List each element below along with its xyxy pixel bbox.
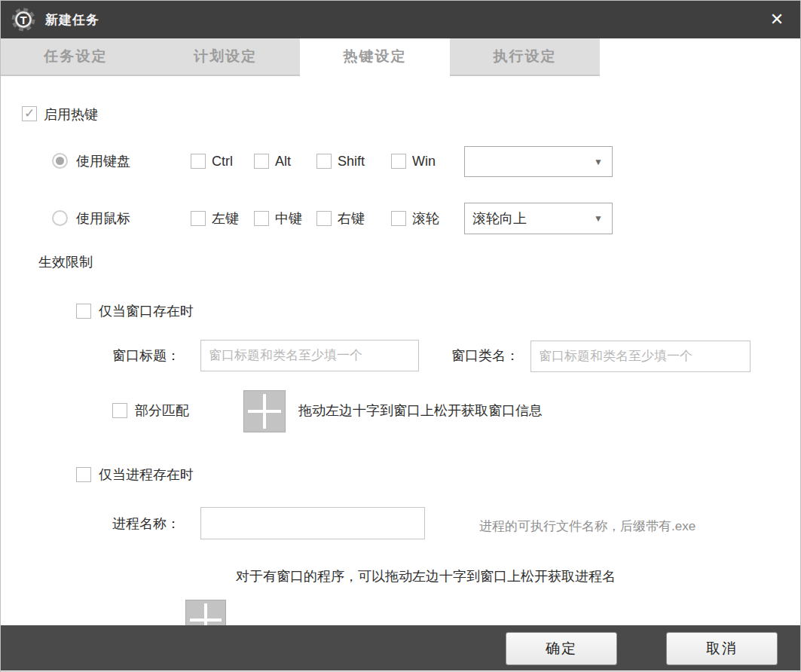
alt-checkbox[interactable] xyxy=(254,154,269,169)
check-icon: ✓ xyxy=(24,107,35,120)
alt-label: Alt xyxy=(275,154,291,170)
ctrl-label: Ctrl xyxy=(212,154,233,170)
process-exists-checkbox[interactable] xyxy=(76,467,91,482)
svg-text:T: T xyxy=(20,14,26,26)
process-name-label: 进程名称： xyxy=(112,516,180,532)
process-name-hint: 进程的可执行文件名称，后缀带有.exe xyxy=(479,518,696,535)
chevron-down-icon: ▼ xyxy=(594,157,612,167)
tab-hotkey-settings[interactable]: 热键设定 xyxy=(300,38,450,76)
close-icon[interactable]: ✕ xyxy=(761,5,793,34)
window-exists-label: 仅当窗口存在时 xyxy=(99,304,194,319)
title-bar: T 新建任务 ✕ xyxy=(1,1,800,38)
shift-label: Shift xyxy=(338,154,365,170)
process-name-input[interactable] xyxy=(200,507,425,539)
process-exists-label: 仅当进程存在时 xyxy=(99,467,194,483)
new-task-dialog: T 新建任务 ✕ 任务设定 计划设定 热键设定 执行设定 ✓ 启用热键 使用键盘… xyxy=(0,0,801,672)
use-keyboard-label: 使用键盘 xyxy=(76,154,130,170)
crosshair-window-drag-icon[interactable] xyxy=(243,390,286,432)
partial-match-checkbox[interactable] xyxy=(112,403,127,418)
window-exists-checkbox[interactable] xyxy=(76,304,91,319)
enable-hotkey-label: 启用热键 xyxy=(44,107,98,123)
tab-strip: 任务设定 计划设定 热键设定 执行设定 xyxy=(1,38,800,76)
limits-section-label: 生效限制 xyxy=(38,255,93,270)
left-button-label: 左键 xyxy=(212,211,239,227)
process-drag-hint: 对于有窗口的程序，可以拖动左边十字到窗口上松开获取进程名 xyxy=(236,569,616,585)
enable-hotkey-checkbox[interactable]: ✓ xyxy=(22,106,37,121)
win-label: Win xyxy=(412,154,436,170)
middle-button-label: 中键 xyxy=(275,211,302,227)
wheel-label: 滚轮 xyxy=(412,211,439,227)
use-mouse-label: 使用鼠标 xyxy=(76,211,130,227)
tab-task-settings[interactable]: 任务设定 xyxy=(1,38,151,76)
window-title-label: 窗口标题： xyxy=(112,348,180,364)
wheel-direction-value: 滚轮向上 xyxy=(465,209,594,228)
window-class-input[interactable] xyxy=(530,341,751,372)
window-title-input[interactable] xyxy=(200,340,419,371)
footer-bar: 确定 取消 xyxy=(1,625,800,670)
app-logo-gear-icon: T xyxy=(11,7,36,32)
shift-checkbox[interactable] xyxy=(316,154,332,169)
wheel-checkbox[interactable] xyxy=(391,211,406,226)
chevron-down-icon: ▼ xyxy=(594,213,612,224)
cancel-button[interactable]: 取消 xyxy=(666,632,778,665)
tab-execution-settings[interactable]: 执行设定 xyxy=(450,38,600,76)
use-keyboard-radio[interactable] xyxy=(52,153,68,169)
window-drag-hint: 拖动左边十字到窗口上松开获取窗口信息 xyxy=(298,403,543,419)
tab-schedule-settings[interactable]: 计划设定 xyxy=(151,38,300,76)
ok-button[interactable]: 确定 xyxy=(506,632,617,665)
middle-button-checkbox[interactable] xyxy=(254,211,269,226)
key-select-dropdown[interactable]: ▼ xyxy=(464,146,613,177)
ctrl-checkbox[interactable] xyxy=(191,154,206,169)
window-class-label: 窗口类名： xyxy=(451,348,519,364)
window-title: 新建任务 xyxy=(45,11,99,29)
wheel-direction-dropdown[interactable]: 滚轮向上 ▼ xyxy=(464,203,613,234)
win-checkbox[interactable] xyxy=(391,154,406,169)
right-button-checkbox[interactable] xyxy=(316,211,332,226)
right-button-label: 右键 xyxy=(338,211,365,227)
partial-match-label: 部分匹配 xyxy=(135,403,189,419)
use-mouse-radio[interactable] xyxy=(52,210,68,226)
left-button-checkbox[interactable] xyxy=(191,211,206,226)
